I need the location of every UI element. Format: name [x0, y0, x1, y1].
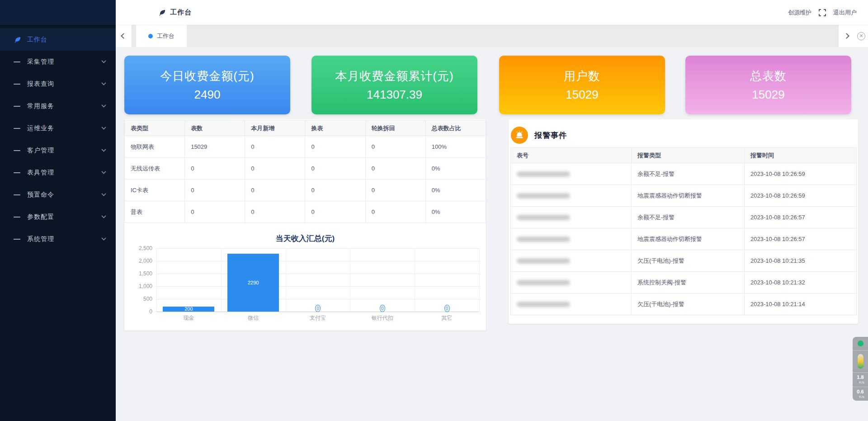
alarm-time-cell: 2023-10-08 10:26:57: [745, 207, 857, 228]
chevron-down-icon: [101, 191, 106, 196]
sidebar-item-8[interactable]: 参数配置: [0, 206, 116, 228]
alarm-row: 欠压(干电池)-报警2023-10-08 10:21:14: [511, 293, 857, 315]
x-axis-category-label: 银行代扣: [350, 314, 415, 322]
stat-card-value: 141307.39: [367, 88, 422, 102]
table-header-row: 表号报警类型报警时间: [511, 148, 857, 163]
sidebar-item-9[interactable]: 系统管理: [0, 228, 116, 250]
tab-scroll-right-button[interactable]: [838, 25, 854, 47]
column-header: 报警类型: [632, 148, 745, 163]
sidebar-item-2[interactable]: 报表查询: [0, 73, 116, 95]
menu-lines-icon: [14, 235, 22, 243]
gridline: [156, 261, 479, 261]
sidebar-item-label: 采集管理: [27, 58, 54, 66]
vertical-gridline: [415, 248, 415, 312]
table-cell: 0: [365, 158, 425, 180]
filter-icon: [14, 169, 22, 177]
alarm-type-cell: 地震震感器动作切断报警: [632, 228, 745, 250]
hamburger-icon[interactable]: [129, 9, 140, 17]
sidebar: 工作台采集管理报表查询常用服务运维业务客户管理表具管理预置命令参数配置系统管理: [0, 0, 116, 421]
vertical-gridline: [286, 248, 286, 312]
alarm-row: 地震震感器动作切断报警2023-10-08 10:26:57: [511, 228, 857, 250]
tabbar: 工作台 ✕: [116, 25, 868, 47]
upload-speed-unit: ↑ K/s: [856, 380, 864, 385]
org-maintain-link[interactable]: 创源维护: [788, 9, 811, 17]
leaf-icon: [158, 9, 166, 17]
chevron-right-icon: [844, 33, 849, 39]
tab-workbench[interactable]: 工作台: [136, 25, 187, 47]
x-axis-category-label: 其它: [415, 314, 479, 322]
alarm-time-cell: 2023-10-08 10:21:35: [745, 250, 857, 272]
logout-button[interactable]: 退出用户: [833, 9, 857, 17]
upload-speed-section: 1.8 ↑ K/s: [853, 372, 868, 387]
sidebar-item-0[interactable]: 工作台: [0, 28, 116, 51]
stat-card-title: 今日收费金额(元): [160, 68, 254, 84]
table-cell: IC卡表: [125, 180, 185, 201]
table-cell: 普表: [125, 201, 185, 223]
sidebar-item-5[interactable]: 客户管理: [0, 139, 116, 161]
tab-scroll-left-button[interactable]: [116, 25, 132, 47]
alarm-type-cell: 系统控制关阀-报警: [632, 272, 745, 293]
table-cell: 0: [365, 180, 425, 201]
tab-active-dot: [148, 34, 153, 38]
download-speed-unit: ↓ K/s: [856, 395, 864, 399]
table-cell: 0%: [425, 180, 486, 201]
alarm-row: 余额不足-报警2023-10-08 10:26:57: [511, 207, 857, 228]
sidebar-item-label: 报表查询: [27, 80, 54, 88]
stat-card-title: 用户数: [564, 68, 600, 84]
filter-icon: [14, 213, 22, 221]
table-cell: 0: [245, 136, 305, 158]
zero-value-marker: 0: [380, 305, 385, 312]
tab-close-all-button[interactable]: ✕: [854, 25, 868, 47]
gauge-capsule-icon: [858, 354, 863, 369]
table-row: 无线远传表00000%: [125, 158, 486, 180]
table-cell: 0: [245, 201, 305, 223]
column-header: 报警时间: [745, 148, 857, 163]
alarm-row: 欠压(干电池)-报警2023-10-08 10:21:35: [511, 250, 857, 272]
redacted-meter-number: [517, 193, 570, 199]
sidebar-menu: 工作台采集管理报表查询常用服务运维业务客户管理表具管理预置命令参数配置系统管理: [0, 25, 116, 250]
vertical-gridline: [350, 248, 350, 312]
vertical-gridline: [479, 248, 480, 312]
sidebar-item-7[interactable]: 预置命令: [0, 184, 116, 206]
alarm-type-cell: 余额不足-报警: [632, 207, 745, 228]
top-header: 工作台 创源维护 退出用户: [116, 0, 868, 25]
stat-card-3: 总表数15029: [685, 56, 851, 114]
table-cell: 0: [365, 136, 425, 158]
column-header: 表数: [185, 121, 245, 136]
alarm-row: 地震震感器动作切断报警2023-10-08 10:26:59: [511, 185, 857, 207]
network-monitor-widget[interactable]: 1.8 ↑ K/s 0.6 ↓ K/s: [853, 337, 868, 401]
sidebar-item-4[interactable]: 运维业务: [0, 117, 116, 139]
meter-number-cell: [511, 185, 632, 207]
sidebar-item-label: 工作台: [27, 36, 47, 44]
chevron-down-icon: [101, 236, 106, 240]
stat-card-value: 15029: [752, 88, 784, 102]
filter-icon: [14, 58, 22, 66]
fullscreen-icon[interactable]: [819, 9, 826, 16]
tab-label: 工作台: [157, 32, 175, 40]
alarm-type-cell: 欠压(干电池)-报警: [632, 250, 745, 272]
chevron-down-icon: [101, 125, 106, 129]
bar-现金: 200: [163, 307, 214, 312]
table-cell: 物联网表: [125, 136, 185, 158]
stat-card-0: 今日收费金额(元)2490: [124, 56, 290, 114]
sidebar-item-1[interactable]: 采集管理: [0, 51, 116, 73]
alarm-events-panel: 报警事件 表号报警类型报警时间余额不足-报警2023-10-08 10:26:5…: [509, 119, 858, 324]
gauge-section: [853, 350, 868, 372]
up-arrow-icon: ↑: [856, 380, 858, 384]
chevron-down-icon: [101, 169, 106, 174]
redacted-meter-number: [517, 302, 570, 307]
bar-value-label: 200: [184, 306, 193, 312]
y-axis-tick-label: 2,000: [124, 258, 152, 264]
y-axis-tick-label: 2,500: [124, 245, 152, 251]
header-right: 创源维护 退出用户: [788, 9, 857, 17]
bar-value-label: 2290: [248, 280, 259, 285]
table-cell: 100%: [425, 136, 486, 158]
sidebar-item-label: 预置命令: [27, 191, 54, 199]
meter-number-cell: [511, 207, 632, 228]
close-circle-icon: ✕: [857, 32, 865, 40]
sidebar-item-label: 客户管理: [27, 147, 54, 155]
column-header: 换表: [305, 121, 365, 136]
meter-number-cell: [511, 293, 632, 315]
sidebar-item-3[interactable]: 常用服务: [0, 95, 116, 117]
sidebar-item-6[interactable]: 表具管理: [0, 161, 116, 184]
